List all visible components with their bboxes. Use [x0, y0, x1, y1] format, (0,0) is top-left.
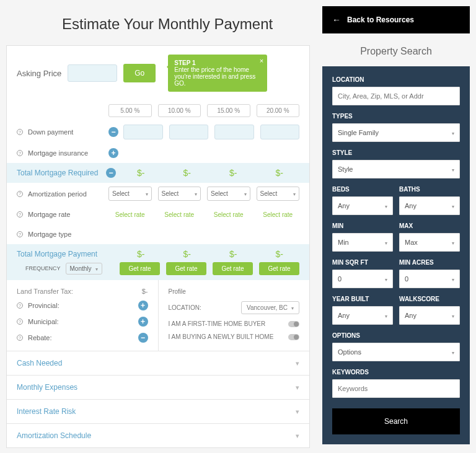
provincial-label: Provincial: [28, 302, 60, 309]
pct-10[interactable]: 10.00 % [158, 104, 201, 117]
yearbuilt-select[interactable]: Any [332, 306, 393, 325]
amort-select-1[interactable]: Select [108, 187, 152, 201]
freq-rate-row: FREQUENCY Monthly Get rate Get rate Get … [7, 260, 309, 280]
mortgage-insurance-label: Mortgage insurance [28, 149, 88, 157]
accordion-amortization-schedule[interactable]: Amortization Schedule [7, 423, 309, 447]
mortgage-rate-row: Mortgage rate Select rate Select rate Se… [7, 205, 309, 224]
rate-label: Mortgage rate [28, 211, 70, 218]
dp-input-2[interactable] [169, 125, 209, 139]
plus-icon[interactable] [138, 317, 148, 327]
minsqft-select[interactable]: 0 [332, 270, 393, 288]
walkscore-select[interactable]: Any [399, 306, 460, 325]
minsqft-label: MIN SQR FT [332, 259, 393, 266]
chevron-down-icon [452, 312, 454, 319]
chevron-down-icon [385, 239, 387, 246]
accordion-interest-rate-risk[interactable]: Interest Rate Risk [7, 399, 309, 423]
accordion-monthly-expenses[interactable]: Monthly Expenses [7, 375, 309, 399]
amort-select-3[interactable]: Select [207, 187, 250, 201]
plus-icon[interactable] [138, 301, 148, 310]
pct-15[interactable]: 15.00 % [207, 104, 250, 117]
minus-icon[interactable] [108, 127, 118, 137]
info-icon[interactable] [17, 211, 23, 218]
options-select[interactable]: Options [332, 343, 460, 361]
get-rate-3[interactable]: Get rate [213, 262, 253, 275]
dp-input-4[interactable] [260, 125, 300, 139]
info-icon[interactable] [17, 231, 23, 237]
chevron-down-icon [452, 129, 454, 136]
info-icon[interactable] [17, 302, 23, 309]
baths-select[interactable]: Any [399, 196, 460, 215]
walkscore-label: WALKSCORE [399, 296, 460, 302]
select-rate-3[interactable]: Select rate [214, 211, 244, 218]
chevron-down-icon [385, 202, 387, 209]
first-time-toggle[interactable] [288, 321, 299, 327]
info-icon[interactable] [17, 319, 23, 325]
mortgage-type-row: Mortgage type [7, 224, 309, 244]
location-select[interactable]: Vancouver, BC [241, 301, 299, 314]
tmp-val: $- [167, 249, 208, 259]
down-payment-row: Down payment [7, 121, 309, 143]
max-select[interactable]: Max [399, 233, 460, 252]
types-label: TYPES [332, 113, 460, 120]
info-icon[interactable] [17, 191, 23, 197]
down-payment-label: Down payment [28, 128, 73, 136]
percent-row: 5.00 % 10.00 % 15.00 % 20.00 % [7, 100, 309, 121]
info-icon[interactable] [17, 150, 23, 156]
chevron-down-icon [452, 239, 454, 246]
type-label: Mortgage type [28, 231, 71, 238]
profile-label: Profile [169, 288, 186, 295]
search-button[interactable]: Search [332, 408, 460, 434]
plus-icon[interactable] [108, 148, 118, 158]
beds-select[interactable]: Any [332, 196, 393, 215]
select-rate-1[interactable]: Select rate [115, 211, 145, 218]
municipal-label: Municipal: [28, 318, 59, 325]
keywords-label: KEYWORDS [332, 369, 460, 376]
page-title: Estimate Your Monthly Payment [6, 15, 310, 33]
frequency-select[interactable]: Monthly [66, 263, 102, 275]
pct-20[interactable]: 20.00 % [257, 104, 300, 117]
chevron-down-icon [452, 165, 454, 173]
min-select[interactable]: Min [332, 233, 393, 252]
tmp-val: $- [260, 249, 300, 259]
minus-icon[interactable] [138, 333, 148, 343]
chevron-down-icon [296, 407, 299, 416]
info-icon[interactable] [17, 129, 23, 135]
location-input[interactable] [332, 87, 460, 105]
arrow-left-icon [332, 15, 341, 25]
baths-label: BATHS [399, 186, 460, 193]
keywords-input[interactable] [332, 379, 460, 398]
get-rate-4[interactable]: Get rate [259, 262, 299, 275]
min-label: MIN [332, 222, 393, 229]
dp-input-3[interactable] [214, 125, 254, 139]
style-label: STYLE [332, 149, 460, 156]
go-button[interactable]: Go [123, 64, 156, 82]
chevron-down-icon [296, 431, 299, 440]
get-rate-1[interactable]: Get rate [120, 262, 160, 275]
style-select[interactable]: Style [332, 160, 460, 178]
select-rate-2[interactable]: Select rate [164, 211, 194, 218]
total-mortgage-payment: Total Mortgage Payment $- $- $- $- [7, 244, 309, 260]
freq-label: FREQUENCY [25, 265, 61, 271]
pct-5[interactable]: 5.00 % [108, 104, 152, 117]
amort-select-2[interactable]: Select [158, 187, 201, 201]
get-rate-2[interactable]: Get rate [166, 262, 206, 275]
dp-input-1[interactable] [123, 125, 163, 139]
minus-icon[interactable] [106, 168, 116, 178]
types-select[interactable]: Single Family [332, 123, 460, 142]
back-button[interactable]: Back to Resources [322, 6, 470, 33]
asking-price-input[interactable] [68, 64, 117, 82]
select-rate-4[interactable]: Select rate [263, 211, 293, 218]
amort-select-4[interactable]: Select [257, 187, 300, 201]
new-build-toggle[interactable] [288, 334, 299, 340]
accordion-cash-needed[interactable]: Cash Needed [7, 351, 309, 375]
asking-row: Asking Price Go × STEP 1 Enter the price… [7, 46, 309, 100]
close-icon[interactable]: × [260, 57, 263, 64]
minacres-select[interactable]: 0 [399, 270, 460, 288]
chevron-down-icon [452, 202, 454, 209]
info-icon[interactable] [17, 335, 23, 341]
chevron-down-icon [95, 265, 98, 272]
ltt-profile-split: Land Transfer Tax:$- Provincial: Municip… [7, 280, 309, 351]
tmr-val: $- [260, 168, 300, 178]
ltt-val: $- [142, 288, 148, 295]
amortization-row: Amortization period Select Select Select… [7, 183, 309, 205]
